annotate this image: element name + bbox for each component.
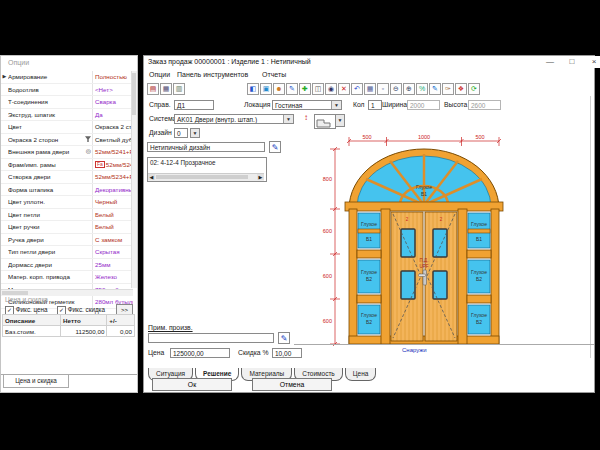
menu-reports[interactable]: Отчеты	[262, 71, 286, 78]
chevron-down-icon[interactable]: ▼	[331, 101, 341, 109]
row-marker	[1, 221, 8, 233]
price-table-row[interactable]: Баз.стоим. 112500,00 0,00	[3, 326, 135, 337]
property-row[interactable]: Матер. корп. привода ◎ Железо	[1, 271, 133, 284]
window-titlebar[interactable]: Заказ продаж 00000001 : Изделие 1 : Нети…	[144, 56, 594, 71]
property-row[interactable]: Внешняя рама двери ◎ 52мм/5241+R5241	[1, 146, 133, 159]
profile-dropdown-button[interactable]: ▼	[335, 114, 345, 127]
price-input[interactable]: 125000,00	[170, 348, 230, 358]
scroll-thumb[interactable]	[132, 73, 136, 115]
grid-horizontal-scrollbar[interactable]	[1, 289, 133, 296]
glass-listbox[interactable]: 02: 4-12-4 Прозрачное ◀ ▶	[147, 157, 267, 182]
row-marker	[1, 209, 8, 221]
menu-toolbars[interactable]: Панель инструментов	[177, 71, 248, 78]
property-row[interactable]: Окраска 2 сторон ◎ Светлый дуб	[1, 134, 133, 147]
property-row[interactable]: Цвет ручки ◎ Белый	[1, 221, 133, 234]
row-marker	[1, 271, 8, 283]
sprav-input[interactable]: Д1	[174, 100, 214, 110]
property-row[interactable]: Ручка двери ◎ С замком	[1, 234, 133, 247]
maximize-button[interactable]: □	[564, 56, 580, 68]
scroll-right-icon[interactable]: ▶	[257, 174, 264, 180]
find-icon[interactable]: ◉	[325, 83, 337, 95]
property-row[interactable]: Дормасс двери ◎ 25мм	[1, 259, 133, 272]
delete-icon[interactable]: ✕	[338, 83, 350, 95]
svg-text:600: 600	[323, 318, 332, 324]
property-row[interactable]: Форма штапика ◎ Декоративный	[1, 184, 133, 197]
zoom-out-icon[interactable]: ⊖	[390, 83, 402, 95]
row-marker	[1, 259, 8, 271]
property-row[interactable]: Водоотлив ◎ <Нет>	[1, 84, 133, 97]
chevron-down-icon[interactable]: ▼	[283, 115, 293, 123]
property-label: Экструд. шпатик	[8, 109, 92, 121]
discount-label: Скидка %	[238, 349, 268, 356]
property-row[interactable]: ▶ Армирование ◎ Полностью	[1, 71, 133, 84]
property-value: Скрытая	[95, 246, 120, 258]
property-row[interactable]: Экструд. шпатик ◎ Да	[1, 109, 133, 122]
scroll-left-icon[interactable]: ◀	[148, 174, 155, 180]
design-name-input[interactable]: Нетипичный дизайн	[147, 142, 265, 152]
price-netto: 112500,00	[61, 326, 107, 337]
window-title: Заказ продаж 00000001 : Изделие 1 : Нети…	[148, 58, 311, 65]
grid-vertical-scrollbar[interactable]	[131, 71, 137, 288]
minimize-button[interactable]: —	[542, 56, 558, 68]
bottom-tab[interactable]: Цена	[345, 368, 377, 381]
svg-text:UPF: UPF	[420, 264, 429, 269]
property-value: Железо	[95, 271, 117, 283]
list-view-icon[interactable]: ▥	[173, 83, 185, 95]
close-button[interactable]: ×	[586, 56, 600, 68]
glass-list-item[interactable]: 02: 4-12-4 Прозрачное	[148, 158, 266, 167]
user-icon[interactable]: ☻	[273, 83, 285, 95]
grid-view-icon[interactable]: ▦	[160, 83, 172, 95]
profile-shape-icon[interactable]	[314, 114, 336, 129]
outside-label: Снаружи	[402, 347, 427, 353]
svg-text:Глухое: Глухое	[361, 269, 377, 275]
door-drawing[interactable]: 500 1000 500 800 600 600 600 Глухое	[319, 129, 594, 349]
cancel-button[interactable]: Отмена	[252, 378, 332, 391]
price-table: Описание Нетто +/- Баз.стоим. 112500,00 …	[2, 314, 135, 337]
pencil-icon[interactable]: ✎	[429, 83, 441, 95]
price-panel-tab[interactable]: Цена и скидка	[3, 375, 69, 388]
property-value: 25мм	[95, 259, 110, 271]
property-row[interactable]: Цвет уплотн. ◎ Черный	[1, 196, 133, 209]
order-info-icon[interactable]: ▤	[147, 83, 159, 95]
width-input[interactable]: 2000	[407, 100, 440, 110]
system-select[interactable]: AK01 Двери (внутр. штап.) ▼	[174, 114, 294, 124]
discount-input[interactable]: 10,00	[272, 348, 302, 358]
undo-icon[interactable]: ↶	[351, 83, 363, 95]
percent-icon[interactable]: %	[416, 83, 428, 95]
panel-icon[interactable]: ◫	[312, 83, 324, 95]
refresh-icon[interactable]: ⟳	[468, 83, 480, 95]
scroll-thumb[interactable]	[2, 291, 28, 295]
svg-text:П.Д.: П.Д.	[420, 258, 429, 263]
design-dropdown-button[interactable]: ▼	[190, 128, 200, 138]
palette-icon[interactable]: ❖	[455, 83, 467, 95]
property-row[interactable]: Тип петли двери ◎ Скрытая	[1, 246, 133, 259]
property-row[interactable]: Фрам/имп. рамы ◎ Fa 52мм/5243+R5243	[1, 159, 133, 172]
property-label: Форма штапика	[8, 184, 92, 196]
ok-button[interactable]: Ок	[152, 378, 232, 391]
scroll-thumb[interactable]	[156, 175, 248, 179]
menu-options[interactable]: Опции	[149, 71, 170, 78]
location-select[interactable]: Гостиная ▼	[272, 100, 342, 110]
add-item-icon[interactable]: ✚	[299, 83, 311, 95]
svg-text:Глухое: Глухое	[361, 221, 377, 227]
production-note-input[interactable]	[148, 333, 274, 343]
table-large-icon[interactable]: ▦	[364, 83, 376, 95]
property-row[interactable]: Створка двери ◎ 52мм/5234+R5234	[1, 171, 133, 184]
edit-design-pencil-button[interactable]: ✎	[269, 141, 281, 153]
qty-input[interactable]: 1	[368, 100, 382, 110]
svg-text:Б2: Б2	[476, 276, 482, 282]
property-row[interactable]: Т-соединения ◎ Сварка	[1, 96, 133, 109]
height-input[interactable]: 2600	[468, 100, 501, 110]
design-input[interactable]: 0	[174, 128, 188, 138]
property-row[interactable]: Цвет ◎ Окраска 2 стор.	[1, 121, 133, 134]
listbox-horizontal-scrollbar[interactable]: ◀ ▶	[148, 173, 264, 181]
edit-note-pencil-button[interactable]: ✎	[278, 332, 290, 344]
monitor-icon[interactable]: ▣	[260, 83, 272, 95]
property-row[interactable]: Цвет петли ◎ Белый	[1, 209, 133, 222]
svg-text:1000: 1000	[418, 134, 430, 140]
profile-system-icon[interactable]: ◧	[247, 83, 259, 95]
document-edit-icon[interactable]: ✎	[286, 83, 298, 95]
zoom-in-icon[interactable]: ⊕	[403, 83, 415, 95]
table-small-icon[interactable]: ▫	[377, 83, 389, 95]
brush-icon[interactable]: ✑	[442, 83, 454, 95]
